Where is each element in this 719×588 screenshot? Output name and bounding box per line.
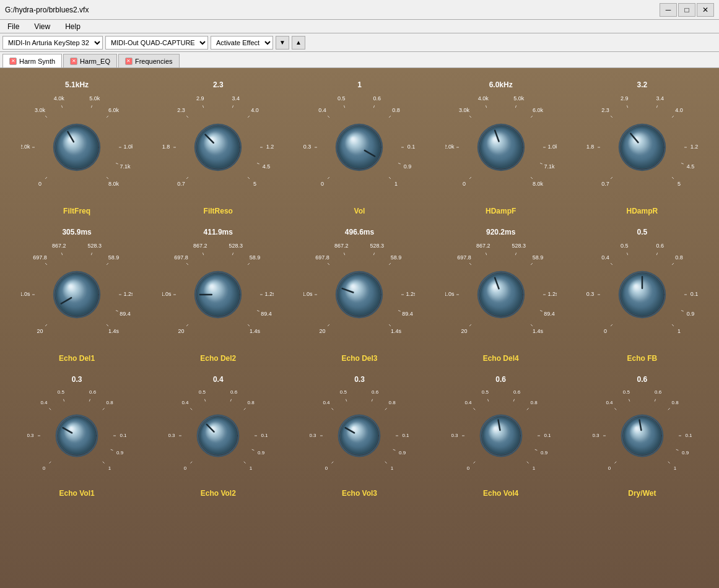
knob-label-filtreso: FiltReso: [204, 207, 233, 215]
up-button[interactable]: ▲: [292, 36, 305, 50]
knob-value-echodel1: 305.9ms: [62, 228, 91, 236]
knob-value-hdampr: 3.2: [637, 80, 648, 89]
tab-harm-synth[interactable]: ✕ Harm Synth: [2, 54, 62, 67]
knob-row-1: 5.1kHzFiltFreq2.3FiltReso1Vol6.0kHzHDamp…: [6, 80, 713, 215]
knob-value-echofb: 0.5: [637, 228, 648, 236]
knob-label-echovol1: Echo Vol1: [59, 489, 95, 498]
main-content: 5.1kHzFiltFreq2.3FiltReso1Vol6.0kHzHDamp…: [0, 68, 719, 588]
knob-dial-hdampr[interactable]: [586, 92, 698, 203]
knob-container-echodel1: 305.9msEcho Del1: [15, 228, 139, 363]
midi-out-select[interactable]: MIDI-Out QUAD-CAPTURE: [105, 36, 208, 50]
knob-value-echodel2: 411.9ms: [204, 228, 233, 236]
knob-control-echovol1[interactable]: [52, 411, 102, 460]
knob-container-hdampf: 6.0kHzHDampF: [439, 80, 563, 215]
knob-value-echodel3: 496.6ms: [345, 228, 374, 236]
tab-frequencies[interactable]: ✕ Frequencies: [118, 54, 180, 67]
knob-container-echodel2: 411.9msEcho Del2: [156, 228, 280, 363]
knob-container-filtreso: 2.3FiltReso: [156, 80, 280, 215]
knob-label-hdampf: HDampF: [486, 207, 516, 215]
knob-container-echovol1: 0.3Echo Vol1: [15, 375, 139, 498]
knob-label-echovol4: Echo Vol4: [483, 489, 518, 498]
knob-label-echodel3: Echo Del3: [341, 354, 377, 363]
tab-close-frequencies[interactable]: ✕: [125, 58, 133, 65]
knob-dial-echovol3[interactable]: [310, 386, 409, 485]
knob-value-echovol3: 0.3: [354, 375, 365, 384]
knob-container-echodel4: 920.2msEcho Del4: [439, 228, 563, 363]
knob-container-filtfreq: 5.1kHzFiltFreq: [15, 80, 139, 215]
knob-value-echovol4: 0.6: [495, 375, 506, 384]
knob-dial-echodel2[interactable]: [162, 239, 274, 350]
knob-label-echodel1: Echo Del1: [59, 354, 95, 363]
knob-dial-filtreso[interactable]: [162, 92, 274, 203]
knob-label-filtfreq: FiltFreq: [63, 207, 90, 215]
maximize-button[interactable]: □: [678, 3, 695, 17]
knob-value-filtreso: 2.3: [213, 80, 224, 89]
title-bar: G:/hydra-pro/brblues2.vfx ─ □ ✕: [0, 0, 719, 20]
window-title: G:/hydra-pro/brblues2.vfx: [5, 6, 89, 14]
activate-effect-select[interactable]: Activate Effect: [211, 36, 273, 50]
knob-value-echovol2: 0.4: [213, 375, 224, 384]
knob-label-vol: Vol: [354, 207, 365, 215]
knob-control-echofb[interactable]: [614, 267, 670, 322]
knob-dial-echofb[interactable]: [586, 239, 698, 350]
knob-control-echodel3[interactable]: [331, 267, 387, 322]
tabs-bar: ✕ Harm Synth ✕ Harm_EQ ✕ Frequencies: [0, 52, 719, 68]
menu-view[interactable]: View: [29, 21, 55, 32]
knob-container-echovol2: 0.4Echo Vol2: [156, 375, 280, 498]
knob-dial-hdampf[interactable]: [445, 92, 557, 203]
knob-label-echofb: Echo FB: [627, 354, 658, 363]
knob-dial-echovol4[interactable]: [451, 386, 551, 485]
knob-container-echovol4: 0.6Echo Vol4: [439, 375, 563, 498]
knob-control-echodel4[interactable]: [473, 267, 529, 322]
knob-container-drywet: 0.6Dry/Wet: [580, 375, 704, 498]
tab-harm-eq[interactable]: ✕ Harm_EQ: [63, 54, 117, 67]
knob-label-echodel2: Echo Del2: [200, 354, 236, 363]
knob-value-vol: 1: [357, 80, 362, 89]
knob-value-filtfreq: 5.1kHz: [65, 80, 89, 89]
knob-control-echovol4[interactable]: [476, 411, 526, 460]
knob-row-3: 0.3Echo Vol10.4Echo Vol20.3Echo Vol30.6E…: [6, 375, 713, 498]
close-button[interactable]: ✕: [697, 3, 714, 17]
knob-dial-vol[interactable]: [303, 92, 415, 203]
knob-label-echovol3: Echo Vol3: [342, 489, 377, 498]
knob-dial-echovol1[interactable]: [27, 386, 126, 485]
knob-dial-drywet[interactable]: [593, 386, 692, 485]
midi-in-select[interactable]: MIDI-In Arturia KeyStep 32: [2, 36, 103, 50]
knob-control-echodel1[interactable]: [49, 267, 105, 322]
window-controls: ─ □ ✕: [660, 3, 714, 17]
knob-control-filtfreq[interactable]: [49, 119, 105, 175]
knob-label-hdampr: HDampR: [627, 207, 658, 215]
knob-container-hdampr: 3.2HDampR: [580, 80, 704, 215]
knob-container-echodel3: 496.6msEcho Del3: [297, 228, 421, 363]
knob-control-echodel2[interactable]: [190, 267, 246, 322]
tab-close-harm-synth[interactable]: ✕: [9, 58, 17, 65]
knob-control-echovol3[interactable]: [334, 411, 384, 460]
knob-dial-echovol2[interactable]: [168, 386, 268, 485]
menu-bar: File View Help: [0, 20, 719, 33]
knob-value-echodel4: 920.2ms: [486, 228, 515, 236]
knob-control-echovol2[interactable]: [193, 411, 243, 460]
knob-control-drywet[interactable]: [617, 411, 667, 460]
minimize-button[interactable]: ─: [660, 3, 677, 17]
knob-container-echovol3: 0.3Echo Vol3: [297, 375, 421, 498]
knob-control-vol[interactable]: [331, 119, 387, 175]
menu-file[interactable]: File: [2, 21, 24, 32]
knob-dial-echodel1[interactable]: [21, 239, 133, 350]
knob-container-vol: 1Vol: [297, 80, 421, 215]
knob-value-hdampf: 6.0kHz: [489, 80, 513, 89]
knob-label-drywet: Dry/Wet: [628, 489, 656, 498]
toolbar: MIDI-In Arturia KeyStep 32 MIDI-Out QUAD…: [0, 33, 719, 52]
knob-dial-echodel4[interactable]: [445, 239, 557, 350]
knob-control-filtreso[interactable]: [190, 119, 246, 175]
knob-control-hdampf[interactable]: [473, 119, 529, 175]
knob-label-echodel4: Echo Del4: [483, 354, 519, 363]
down-button[interactable]: ▼: [276, 36, 289, 50]
tab-close-harm-eq[interactable]: ✕: [70, 58, 77, 65]
knob-dial-echodel3[interactable]: [303, 239, 415, 350]
knob-control-hdampr[interactable]: [614, 119, 670, 175]
knob-value-echovol1: 0.3: [72, 375, 82, 384]
menu-help[interactable]: Help: [60, 21, 85, 32]
knob-row-2: 305.9msEcho Del1411.9msEcho Del2496.6msE…: [6, 228, 713, 363]
knob-label-echovol2: Echo Vol2: [201, 489, 236, 498]
knob-dial-filtfreq[interactable]: [21, 92, 133, 203]
